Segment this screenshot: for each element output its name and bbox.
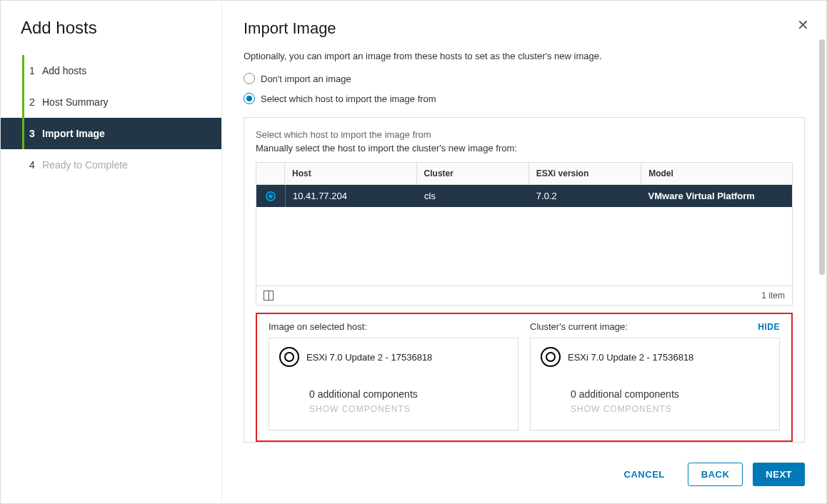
cell-model: VMware Virtual Platform [641, 185, 792, 207]
panel-title: Select which host to import the image fr… [256, 129, 793, 140]
step-number: 2 [29, 96, 42, 108]
step-label: Ready to Complete [42, 159, 128, 171]
page-intro: Optionally, you can import an image from… [244, 51, 805, 61]
wizard-title: Add hosts [1, 18, 221, 51]
col-model[interactable]: Model [641, 163, 792, 184]
grid-empty-space [256, 207, 792, 286]
col-esxi-version[interactable]: ESXi version [529, 163, 641, 184]
col-select [256, 163, 285, 184]
host-select-panel: Select which host to import the image fr… [244, 117, 805, 443]
selected-host-image-label: Image on selected host: [269, 321, 367, 332]
dialog-footer: CANCEL BACK NEXT [244, 448, 805, 503]
radio-icon [244, 73, 255, 84]
step-label: Add hosts [42, 65, 86, 76]
step-label: Import Image [42, 128, 105, 139]
wizard-steps: 1 Add hosts 2 Host Summary 3 Import Imag… [1, 55, 221, 181]
step-number: 3 [29, 128, 42, 139]
table-row[interactable]: 10.41.77.204 cls 7.0.2 VMware Virtual Pl… [256, 185, 792, 207]
disc-icon [541, 347, 561, 367]
image-compare-box: Image on selected host: ESXi 7.0 Update … [256, 313, 793, 442]
cell-cluster: cls [417, 185, 529, 207]
radio-select-host[interactable]: Select which host to import the image fr… [244, 93, 805, 104]
step-number: 1 [29, 65, 42, 76]
col-cluster[interactable]: Cluster [417, 163, 529, 184]
step-label: Host Summary [42, 96, 109, 108]
radio-icon [244, 93, 255, 104]
next-button[interactable]: NEXT [753, 463, 805, 486]
step-ready-to-complete: 4 Ready to Complete [1, 149, 221, 181]
cancel-button[interactable]: CANCEL [611, 463, 678, 486]
scrollbar[interactable] [819, 39, 825, 275]
add-hosts-dialog: Add hosts 1 Add hosts 2 Host Summary 3 I… [0, 0, 827, 504]
host-grid: Host Cluster ESXi version Model 10.41.77… [256, 162, 793, 306]
row-select[interactable] [256, 186, 285, 207]
image-columns: Image on selected host: ESXi 7.0 Update … [269, 321, 780, 430]
cluster-image-label: Cluster's current image: [530, 321, 628, 332]
host-image-card: ESXi 7.0 Update 2 - 17536818 0 additiona… [269, 338, 518, 430]
col-host[interactable]: Host [285, 163, 417, 184]
step-host-summary[interactable]: 2 Host Summary [1, 86, 221, 118]
page-title: Import Image [244, 19, 805, 38]
back-button[interactable]: BACK [688, 463, 743, 486]
show-components-button[interactable]: SHOW COMPONENTS [309, 404, 508, 414]
radio-dont-import[interactable]: Don't import an image [244, 73, 805, 84]
cluster-image-card: ESXi 7.0 Update 2 - 17536818 0 additiona… [530, 338, 780, 430]
grid-item-count: 1 item [761, 291, 785, 301]
radio-label: Select which host to import the image fr… [261, 94, 436, 104]
grid-header: Host Cluster ESXi version Model [256, 163, 792, 185]
close-icon[interactable]: ✕ [797, 18, 809, 32]
selected-host-image-col: Image on selected host: ESXi 7.0 Update … [269, 321, 518, 430]
disc-icon [279, 347, 299, 367]
host-image-components: 0 additional components [309, 388, 508, 400]
cluster-image-col: Cluster's current image: HIDE ESXi 7.0 U… [530, 321, 780, 430]
wizard-sidebar: Add hosts 1 Add hosts 2 Host Summary 3 I… [1, 1, 222, 503]
radio-label: Don't import an image [261, 74, 351, 84]
cell-version: 7.0.2 [529, 185, 641, 207]
panel-subtitle: Manually select the host to import the c… [256, 143, 793, 153]
step-add-hosts[interactable]: 1 Add hosts [1, 55, 221, 86]
step-number: 4 [29, 159, 42, 171]
show-components-button[interactable]: SHOW COMPONENTS [571, 404, 769, 414]
cluster-image-components: 0 additional components [571, 388, 769, 400]
radio-icon [266, 191, 276, 201]
cell-host: 10.41.77.204 [285, 185, 417, 207]
column-picker-icon[interactable] [264, 291, 274, 301]
cluster-image-title: ESXi 7.0 Update 2 - 17536818 [568, 352, 693, 363]
wizard-content: ✕ Import Image Optionally, you can impor… [222, 1, 826, 503]
step-import-image[interactable]: 3 Import Image [1, 118, 221, 149]
grid-footer: 1 item [256, 286, 792, 305]
hide-button[interactable]: HIDE [758, 322, 780, 332]
host-image-title: ESXi 7.0 Update 2 - 17536818 [306, 352, 432, 363]
